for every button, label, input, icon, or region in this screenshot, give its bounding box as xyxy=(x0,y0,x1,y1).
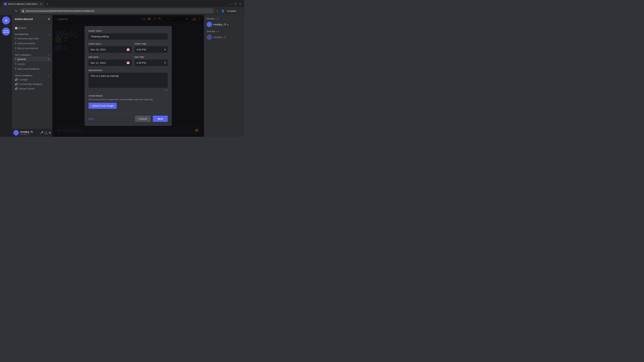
online-section-header: ONLINE — 1 xyxy=(205,18,243,20)
required-indicator: * xyxy=(99,56,100,58)
end-date-time-row: END DATE * 📅 END TIME * xyxy=(88,56,168,66)
sidebar-item-events[interactable]: 📅 Events xyxy=(14,26,51,30)
offline-section-header: OFFLINE — 1 xyxy=(205,30,243,32)
tab-bar: Discord | #general | Artists Disco... ✕ … xyxy=(0,0,244,7)
end-date-field: END DATE * 📅 xyxy=(88,56,132,66)
user-info: moodjoy_71 ★ xyxy=(213,23,229,26)
start-date-input-wrapper: 📅 xyxy=(88,46,132,53)
hash-icon: # xyxy=(15,57,16,61)
server-divider xyxy=(3,26,9,26)
speaker-icon: 🔊 xyxy=(15,87,18,90)
sidebar-item-welcome[interactable]: # welcome-and-rules xyxy=(14,36,51,41)
sidebar-item-general[interactable]: # general ⚙ xyxy=(14,57,51,61)
sidebar-item-announcements[interactable]: # announcements xyxy=(14,41,51,46)
sidebar-item-this-is-my-channel[interactable]: # this-is-my-channel xyxy=(14,46,51,51)
cover-image-label: COVER IMAGE xyxy=(88,95,168,97)
back-button[interactable]: Back xyxy=(88,117,94,120)
tab-title: Discord | #general | Artists Disco... xyxy=(8,3,39,5)
discord-home-button[interactable]: ⊕ xyxy=(2,16,10,24)
description-textarea[interactable]: This is a start-up training! xyxy=(88,73,168,88)
text-channels-header: TEXT CHANNELS + xyxy=(14,54,51,56)
add-channel-icon[interactable]: + xyxy=(48,33,50,35)
bookmark-icon[interactable]: ☆ xyxy=(216,9,219,13)
settings-icon[interactable]: ⚙ xyxy=(49,131,51,134)
required-indicator: * xyxy=(102,43,102,45)
offline-section: OFFLINE — 1 moodjoy_71 xyxy=(205,30,243,40)
user-item-offline[interactable]: moodjoy_71 xyxy=(205,34,243,40)
event-topic-group: EVENT TOPIC * xyxy=(88,30,168,39)
refresh-button[interactable]: ↻ xyxy=(14,9,18,13)
menu-icon[interactable]: ⋮ xyxy=(238,9,242,13)
current-user-discriminator: moodjoy_t... xyxy=(20,133,33,135)
end-time-select[interactable]: 4:30 PM 5:00 PM 5:30 PM xyxy=(134,60,162,66)
artists-discord-server-icon[interactable]: ArtistsDiscord xyxy=(2,27,10,35)
calendar-icon[interactable]: 📅 xyxy=(124,59,132,66)
event-topic-input[interactable] xyxy=(88,33,168,39)
speaker-icon: 🔊 xyxy=(15,78,18,81)
upload-cover-image-button[interactable]: Upload Cover Image xyxy=(88,103,117,109)
add-voice-channel-icon[interactable]: + xyxy=(48,75,50,77)
server-name-header[interactable]: Artists Discord ▾ xyxy=(12,15,52,23)
sidebar-item-lounge[interactable]: 🔊 Lounge xyxy=(14,77,51,82)
main-content: # general 👥 🔔 📌 🔍 Search 🔍 📥 ❓ Welc xyxy=(52,15,204,137)
profile-icon[interactable]: 👤 xyxy=(220,9,225,13)
discord-favicon xyxy=(4,3,7,5)
start-date-time-row: START DATE * 📅 START TIME * xyxy=(88,43,168,53)
nav-bar: ← → ↻ 🔒 discord.com/channels/11823620100… xyxy=(0,7,244,15)
cover-image-hint: We recommend an image that's at least 80… xyxy=(88,98,168,101)
user-list-sidebar: ONLINE — 1 moodjoy_71 ★ OFFLINE — 1 mood… xyxy=(204,15,244,137)
active-tab[interactable]: Discord | #general | Artists Disco... ✕ xyxy=(2,1,44,7)
mute-icon[interactable]: 🎤 xyxy=(40,131,43,134)
user-badge: ★ xyxy=(227,23,229,26)
hash-icon: # xyxy=(15,46,16,50)
discord-app: ⊕ ArtistsDiscord Artists Discord ▾ 📅 Eve… xyxy=(0,15,244,137)
back-button[interactable]: ← xyxy=(2,8,7,13)
user-name: moodjoy_71 xyxy=(213,36,226,38)
user-bar: moodjoy_71 moodjoy_t... 🎤 🎧 ⚙ xyxy=(12,129,52,137)
start-date-input[interactable] xyxy=(88,46,124,53)
add-text-channel-icon[interactable]: + xyxy=(48,54,50,56)
user-avatar xyxy=(206,34,212,40)
forward-button[interactable]: → xyxy=(8,8,13,13)
events-icon: 📅 xyxy=(15,27,18,29)
new-tab-button[interactable]: + xyxy=(45,2,50,6)
user-avatar xyxy=(206,22,212,27)
start-time-select[interactable]: 4:00 PM 4:30 PM 5:00 PM xyxy=(134,46,162,53)
description-group: DESCRIPTION This is a start-up training!… xyxy=(88,69,168,91)
next-button[interactable]: Next xyxy=(153,116,168,122)
tab-close-button[interactable]: ✕ xyxy=(40,3,42,5)
deafen-icon[interactable]: 🎧 xyxy=(44,131,48,134)
user-controls: 🎤 🎧 ⚙ xyxy=(40,131,51,134)
chevron-down-icon: ▾ xyxy=(162,59,168,66)
sidebar-item-stream-room[interactable]: 🔊 Stream Room xyxy=(14,86,51,91)
server-menu-chevron[interactable]: ▾ xyxy=(48,17,50,21)
start-time-label: START TIME * xyxy=(134,43,168,45)
cancel-button[interactable]: Cancel xyxy=(135,116,151,122)
end-time-field: END TIME * 4:30 PM 5:00 PM 5:30 PM ▾ xyxy=(134,56,168,66)
user-item-online[interactable]: moodjoy_71 ★ xyxy=(205,21,243,28)
hash-icon: # xyxy=(15,41,16,45)
end-date-label: END DATE * xyxy=(88,56,132,58)
start-date-field: START DATE * 📅 xyxy=(88,43,132,53)
description-label: DESCRIPTION xyxy=(88,69,168,71)
start-date-label: START DATE * xyxy=(88,43,132,45)
close-window-button[interactable]: ✕ xyxy=(239,3,241,5)
sidebar-item-ideas[interactable]: # ideas-and-feedback xyxy=(14,66,51,71)
user-name: moodjoy_71 xyxy=(213,23,226,26)
chevron-down-icon: ▾ xyxy=(162,46,168,53)
current-user-info: moodjoy_71 moodjoy_t... xyxy=(20,131,33,135)
information-header: INFORMATION + xyxy=(14,33,51,35)
start-time-field: START TIME * 4:00 PM 4:30 PM 5:00 PM ▾ xyxy=(134,43,168,53)
voice-channels-section: VOICE CHANNELS + 🔊 Lounge 🔊 Community Ha… xyxy=(12,72,52,91)
calendar-icon[interactable]: 📅 xyxy=(124,46,132,53)
user-settings-icon[interactable]: ⚙ xyxy=(48,58,50,60)
end-date-input-wrapper: 📅 xyxy=(88,59,132,66)
sidebar-item-community-hangout[interactable]: 🔊 Community Hangout xyxy=(14,82,51,86)
end-date-input[interactable] xyxy=(88,60,124,66)
current-user-avatar xyxy=(14,130,19,135)
restore-button[interactable]: ❐ xyxy=(234,3,236,5)
sidebar-item-events-text[interactable]: # events xyxy=(14,61,51,66)
incognito-label: Incognito xyxy=(226,9,237,13)
address-bar[interactable]: 🔒 discord.com/channels/11823620100679352… xyxy=(20,8,214,13)
minimize-button[interactable]: — xyxy=(229,3,232,5)
